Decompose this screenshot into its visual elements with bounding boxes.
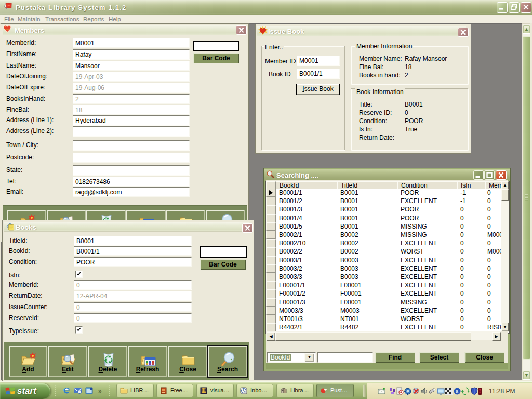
svg-text:a: a [456, 389, 458, 394]
